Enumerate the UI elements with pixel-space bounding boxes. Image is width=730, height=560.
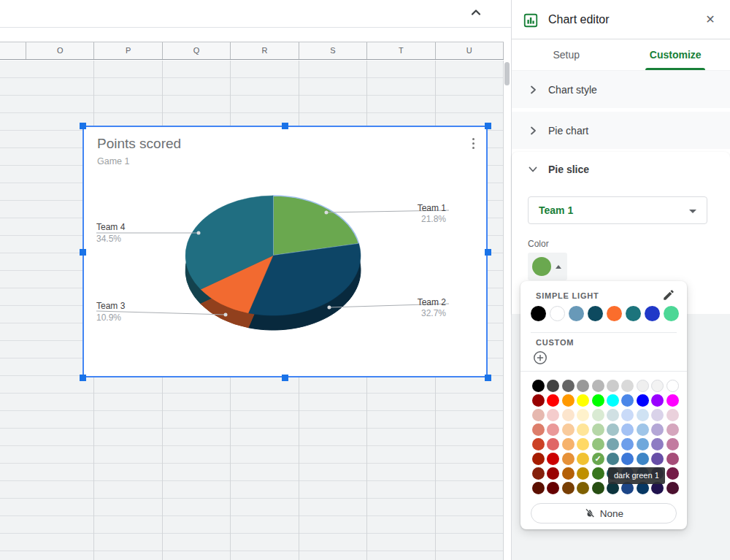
column-header-U[interactable]: U (436, 42, 504, 59)
palette-color-swatch[interactable] (621, 380, 634, 392)
column-header-Q[interactable]: Q (163, 42, 231, 59)
palette-color-swatch[interactable] (532, 380, 545, 392)
palette-color-swatch[interactable] (666, 380, 679, 392)
palette-color-swatch[interactable] (577, 409, 589, 421)
theme-color-swatch[interactable] (588, 306, 603, 321)
pie-chart[interactable] (84, 127, 489, 379)
palette-color-swatch[interactable] (547, 467, 559, 480)
theme-color-swatch[interactable] (607, 306, 622, 321)
palette-color-swatch[interactable] (607, 394, 619, 407)
palette-color-selected[interactable]: ✓ (592, 453, 604, 465)
palette-color-swatch[interactable] (577, 380, 589, 392)
palette-color-swatch[interactable] (651, 423, 664, 436)
palette-color-swatch[interactable] (532, 423, 545, 436)
collapse-toolbar-button[interactable] (467, 4, 485, 21)
palette-color-swatch[interactable] (621, 394, 634, 407)
palette-color-swatch[interactable] (592, 423, 604, 436)
selection-handle[interactable] (80, 375, 86, 381)
theme-color-swatch[interactable] (664, 306, 679, 321)
theme-color-swatch[interactable] (626, 306, 641, 321)
palette-color-swatch[interactable] (637, 409, 649, 421)
palette-color-swatch[interactable] (532, 409, 545, 421)
palette-color-swatch[interactable] (532, 453, 545, 465)
palette-color-swatch[interactable] (562, 438, 575, 450)
column-header-partial[interactable] (0, 42, 26, 59)
palette-color-swatch[interactable] (592, 394, 604, 407)
palette-color-swatch[interactable] (651, 438, 664, 450)
palette-color-swatch[interactable] (592, 380, 604, 392)
palette-color-swatch[interactable] (547, 423, 559, 436)
palette-color-swatch[interactable] (666, 453, 679, 465)
selection-handle[interactable] (485, 375, 491, 381)
none-color-button[interactable]: None (531, 503, 677, 523)
palette-color-swatch[interactable] (621, 438, 634, 450)
palette-color-swatch[interactable] (666, 482, 679, 494)
palette-color-swatch[interactable] (562, 467, 575, 480)
palette-color-swatch[interactable] (562, 380, 575, 392)
column-header-P[interactable]: P (94, 42, 162, 59)
palette-color-swatch[interactable] (547, 394, 559, 407)
palette-color-swatch[interactable] (532, 467, 545, 480)
palette-color-swatch[interactable] (592, 467, 604, 480)
palette-color-swatch[interactable] (532, 482, 545, 494)
palette-color-swatch[interactable] (592, 482, 604, 494)
palette-color-swatch[interactable] (666, 409, 679, 421)
palette-color-swatch[interactable] (637, 453, 649, 465)
pie-slice-section-header[interactable]: Pie slice (512, 152, 730, 187)
close-icon[interactable]: ✕ (702, 12, 718, 28)
palette-color-swatch[interactable] (637, 380, 649, 392)
slice-select-dropdown[interactable]: Team 1 (528, 196, 707, 224)
palette-color-swatch[interactable] (651, 394, 664, 407)
palette-color-swatch[interactable] (577, 423, 589, 436)
palette-color-swatch[interactable] (577, 438, 589, 450)
palette-color-swatch[interactable] (532, 438, 545, 450)
palette-color-swatch[interactable] (562, 423, 575, 436)
theme-color-swatch[interactable] (569, 306, 584, 321)
selection-handle[interactable] (282, 123, 288, 129)
edit-theme-colors-button[interactable] (662, 288, 678, 304)
selection-handle[interactable] (80, 249, 86, 256)
palette-color-swatch[interactable] (532, 394, 545, 407)
column-header-T[interactable]: T (367, 42, 435, 59)
palette-color-swatch[interactable] (607, 409, 619, 421)
palette-color-swatch[interactable] (607, 453, 619, 465)
selection-handle[interactable] (485, 249, 491, 256)
palette-color-swatch[interactable] (666, 467, 679, 480)
palette-color-swatch[interactable] (621, 409, 634, 421)
sheet-vertical-scrollbar[interactable] (504, 62, 510, 85)
palette-color-swatch[interactable] (607, 438, 619, 450)
selection-handle[interactable] (485, 123, 491, 129)
tab-customize[interactable]: Customize (621, 40, 730, 70)
selection-handle[interactable] (282, 375, 288, 381)
palette-color-swatch[interactable] (621, 453, 634, 465)
palette-color-swatch[interactable] (562, 394, 575, 407)
theme-color-swatch[interactable] (531, 306, 546, 321)
palette-color-swatch[interactable] (651, 380, 664, 392)
theme-color-swatch[interactable] (550, 306, 565, 321)
palette-color-swatch[interactable] (666, 394, 679, 407)
palette-color-swatch[interactable] (547, 380, 559, 392)
selection-handle[interactable] (80, 123, 86, 129)
section-chart-style[interactable]: Chart style (512, 71, 730, 108)
column-header-row[interactable]: OPQRSTU (0, 42, 504, 60)
column-header-O[interactable]: O (26, 42, 94, 59)
palette-color-swatch[interactable] (607, 423, 619, 436)
palette-color-swatch[interactable] (547, 438, 559, 450)
embedded-chart[interactable]: Points scored Game 1 Team 121.8%Team 232… (82, 126, 488, 377)
section-pie-chart[interactable]: Pie chart (512, 112, 730, 149)
palette-color-swatch[interactable] (637, 423, 649, 436)
chart-menu-button[interactable] (466, 134, 480, 153)
palette-color-swatch[interactable] (562, 453, 575, 465)
column-header-S[interactable]: S (299, 42, 367, 59)
palette-color-swatch[interactable] (547, 482, 559, 494)
palette-color-swatch[interactable] (666, 438, 679, 450)
palette-color-swatch[interactable] (562, 409, 575, 421)
palette-color-swatch[interactable] (592, 438, 604, 450)
palette-color-swatch[interactable] (547, 453, 559, 465)
column-header-R[interactable]: R (231, 42, 299, 59)
palette-color-swatch[interactable] (637, 438, 649, 450)
palette-color-swatch[interactable] (651, 453, 664, 465)
palette-color-swatch[interactable] (637, 394, 649, 407)
palette-color-swatch[interactable] (577, 394, 589, 407)
palette-color-swatch[interactable] (562, 482, 575, 494)
